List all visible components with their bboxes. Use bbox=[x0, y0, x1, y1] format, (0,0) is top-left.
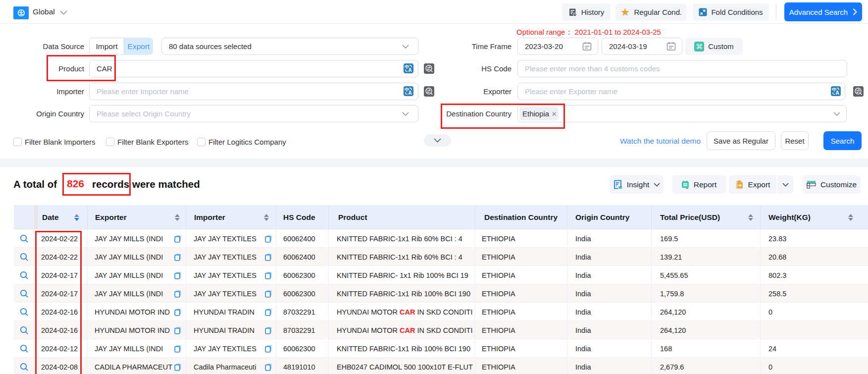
svg-text:A: A bbox=[836, 90, 839, 96]
svg-text:A: A bbox=[408, 67, 412, 73]
svg-text:A: A bbox=[408, 90, 412, 96]
svg-text:BI: BI bbox=[618, 185, 622, 190]
